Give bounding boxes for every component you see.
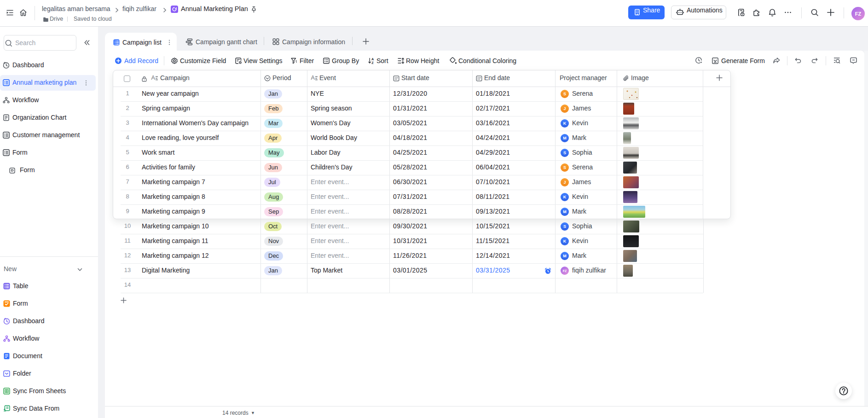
svg-text:A: A bbox=[151, 75, 155, 81]
svg-text:A: A bbox=[311, 75, 315, 81]
svg-text:Z: Z bbox=[371, 61, 374, 64]
